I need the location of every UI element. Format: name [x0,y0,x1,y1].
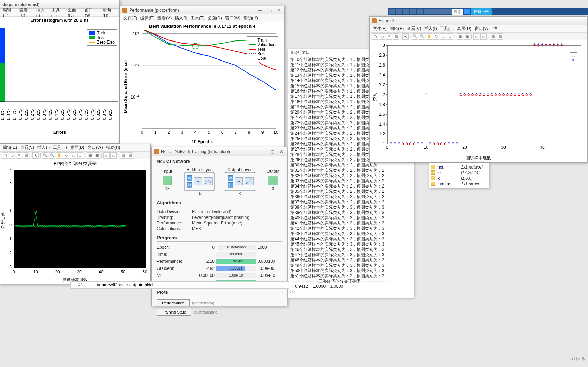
toolbar-button[interactable]: ▭ [103,152,110,159]
strip-icon[interactable] [424,9,431,14]
svg-text:0.925: 0.925 [108,109,113,120]
toolbar-button[interactable]: ▭ [480,33,487,40]
menu-window[interactable]: 窗口(W) [86,144,104,151]
strip-icon[interactable] [417,9,423,14]
strip-icon[interactable] [438,9,445,14]
toolbar-button[interactable]: ⌂ [447,33,453,40]
strip-icon[interactable] [445,9,452,14]
cloud-icon[interactable] [464,9,470,14]
toolbar-button[interactable]: ▤ [127,152,133,159]
menu-view[interactable]: 查看(V) [156,15,173,21]
menu-tools[interactable]: 工具(T) [190,15,205,21]
menu-edit[interactable]: 编辑(E) [139,15,155,21]
toolbar-button[interactable]: ✋ [56,152,62,159]
toolbar-button[interactable]: ▤ [490,33,496,40]
toolbar-button[interactable]: ⬉ [402,33,409,40]
toolbar-button[interactable]: ▭ [379,33,385,40]
toolbar-button[interactable]: ▦ [87,152,93,159]
menu-edit[interactable]: 编辑(E) [389,25,405,32]
progress-row: Gradient:2.82 0.00221 1.00e-06 [157,265,282,272]
minimize-button[interactable]: — [257,8,264,13]
workspace-var[interactable]: inputps1x1 struct [431,181,488,187]
strip-icon[interactable] [431,9,438,14]
toolbar-button[interactable]: 🔍 [49,152,55,159]
upload-badge[interactable]: 扫码上传 [471,8,492,15]
strip-icon[interactable] [389,9,395,14]
window-title: Performance (plotperform) [129,8,255,13]
menu-desktop[interactable]: 桌面(D) [206,15,223,21]
toolbar-button[interactable]: ▤ [393,33,399,40]
menu-file[interactable]: 文件(F) [122,15,138,21]
minimize-button[interactable]: — [260,149,267,154]
close-button[interactable]: ✕ [275,8,282,13]
maximize-button[interactable]: ▢ [266,8,273,13]
titlebar[interactable]: Neural Network Training (nntraintool) — … [152,147,287,156]
svg-text:2.2: 2.2 [379,82,385,87]
menu-tools[interactable]: 工具(T) [439,25,455,32]
strip-icon[interactable] [403,9,409,14]
toolbar-button[interactable]: ▤ [23,152,29,159]
workspace-var[interactable]: kk[17,20,14] [431,170,488,176]
menu-window[interactable]: 窗口(W) [224,15,241,21]
maximize-button[interactable]: ▢ [269,149,276,154]
menu-help[interactable]: 帮助(H) [105,144,122,151]
menu-insert[interactable]: 插入(I) [36,144,51,151]
svg-text:*: * [414,141,415,146]
menu-insert[interactable]: 插入(I) [174,15,188,21]
strip-icon[interactable] [410,9,416,14]
toolbar-button[interactable]: ⌂ [77,152,83,159]
workspace-var[interactable]: k[1,0,0] [431,176,488,181]
menu-desktop[interactable]: 桌面(D) [69,144,86,151]
line-number: 43 [73,283,83,287]
titlebar[interactable]: Figure 2 [370,17,587,25]
toolbar-button[interactable]: ▢ [372,33,378,40]
toolbar-button[interactable]: ✋ [426,33,432,40]
toolbar-button[interactable]: 🔍 [412,33,418,40]
svg-text:*: * [499,92,501,97]
toolbar-button[interactable]: ↻ [433,33,439,40]
menu-help[interactable]: 帮 [492,25,498,32]
toolbar-button[interactable]: ▭ [440,33,446,40]
svg-text:-3: -3 [8,265,12,270]
svg-text:w: w [188,176,191,181]
toolbar-button[interactable]: ▭ [70,152,76,159]
plot-trainstate-button[interactable]: Training State [157,309,191,316]
toolbar-button[interactable]: ⬉ [32,152,39,159]
toolbar-button[interactable]: 🔍 [419,33,425,40]
toolbar-button[interactable]: ▦ [94,152,100,159]
toolbar-button[interactable]: ▭ [473,33,479,40]
strip-icon[interactable] [396,9,402,14]
menu-file[interactable]: 文件(F) [372,25,388,32]
cmd-line: --------------------三类红酒的分类正确率----------… [290,279,411,284]
menu-tools[interactable]: 工具(T) [52,144,68,151]
nn-diagram: Input Hidden Layer Output Layer Output 1… [157,167,282,199]
search-box[interactable]: 搜索 [452,9,463,15]
titlebar[interactable]: Performance (plotperform) — ▢ ✕ [120,6,284,14]
toolbar-button[interactable]: ⎙ [386,33,392,40]
menu-window[interactable]: 窗口(W) [474,25,491,32]
toolbar-button[interactable]: ⎙ [16,152,22,159]
var-icon [431,170,435,175]
close-button[interactable]: ✕ [278,149,285,154]
toolbar-button[interactable]: ▤ [120,152,126,159]
plot-performance-button[interactable]: Performance [157,299,190,306]
workspace-table[interactable]: net1x1 networkkk[17,20,14]k[1,0,0]inputp… [429,163,489,188]
menu-help[interactable]: 帮助(H) [242,15,259,21]
toolbar-button[interactable]: ▭ [9,152,15,159]
menu-desktop[interactable]: 桌面(D) [456,25,472,32]
toolbar-button[interactable]: ▦ [464,33,470,40]
toolbar-button[interactable]: ▭ [110,152,117,159]
svg-text:*: * [417,141,419,146]
menu-view[interactable]: 查看(V) [19,144,35,151]
menu-insert[interactable]: 插入(I) [423,25,438,32]
workspace-var[interactable]: net1x1 network [431,164,488,170]
editor-line[interactable]: 43 – net=newff(inputn,outputn,hidd [70,281,289,289]
toolbar-button[interactable]: ▢ [2,152,8,159]
menu-view[interactable]: 查看(V) [406,25,422,32]
toolbar-button[interactable]: ▤ [497,33,503,40]
svg-text:40: 40 [540,145,545,150]
toolbar-button[interactable]: ↻ [63,152,69,159]
toolbar-button[interactable]: ▦ [457,33,463,40]
menu-edit[interactable]: 编辑(E) [2,144,18,151]
toolbar-button[interactable]: 🔍 [42,152,48,159]
